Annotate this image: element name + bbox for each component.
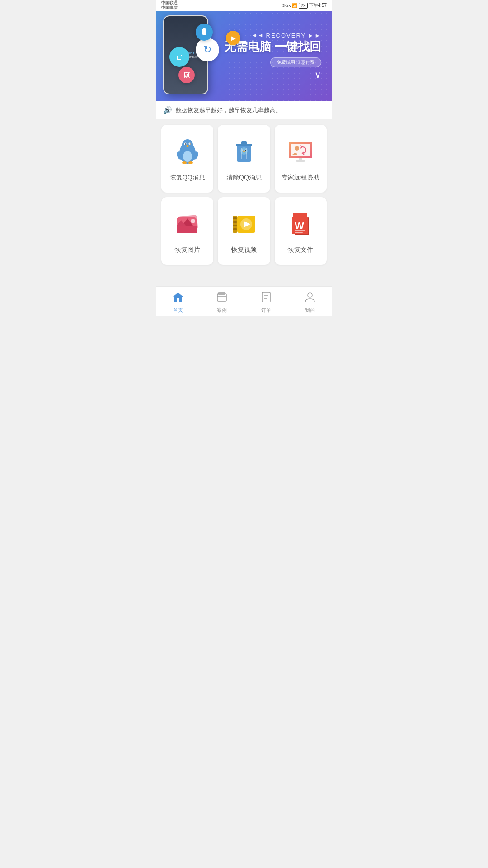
carrier-info: 中国联通 中国电信: [161, 0, 178, 10]
svg-point-8: [186, 145, 189, 147]
carrier2: 中国电信: [161, 5, 178, 10]
svg-rect-40: [233, 221, 237, 223]
svg-rect-17: [241, 141, 247, 145]
cases-icon: [216, 291, 228, 306]
tab-cases[interactable]: 案例: [200, 290, 244, 315]
orders-icon: [260, 291, 272, 306]
qq-recover-icon: [173, 137, 202, 166]
status-right: 0K/s 📶 29 下午4:57: [282, 2, 327, 9]
file-recover-label: 恢复文件: [288, 246, 313, 254]
svg-rect-39: [233, 217, 237, 219]
svg-rect-41: [233, 225, 237, 226]
recovery-sub-text: 免费试用·满意付费: [270, 57, 321, 67]
tab-orders[interactable]: 订单: [244, 290, 288, 315]
grid-cell-file[interactable]: W 恢复文件: [275, 197, 327, 265]
svg-point-7: [189, 143, 190, 144]
status-bar: 中国联通 中国电信 0K/s 📶 29 下午4:57: [156, 0, 332, 11]
delete-float-icon: 🗑: [169, 47, 189, 67]
tab-bar: 首页 案例 订单 我的: [156, 286, 332, 316]
grid-cell-video[interactable]: 恢复视频: [218, 197, 270, 265]
svg-rect-47: [295, 230, 305, 231]
tab-home-label: 首页: [173, 307, 183, 314]
video-recover-icon: [230, 210, 258, 239]
time-display: 下午4:57: [309, 2, 327, 9]
recovery-title: ◄◄ RECOVERY ►►: [224, 32, 321, 39]
network-speed: 0K/s: [282, 3, 291, 8]
remote-help-icon: [286, 137, 315, 166]
qq-recover-label: 恢复QQ消息: [170, 174, 205, 182]
svg-point-6: [185, 143, 186, 144]
profile-icon: [304, 291, 316, 306]
qq-clear-icon: [230, 137, 258, 166]
photo-recover-label: 恢复图片: [175, 246, 200, 254]
refresh-float-icon: ↻: [196, 38, 219, 61]
qq-float-icon: [196, 24, 213, 41]
tab-cases-label: 案例: [217, 307, 227, 314]
grid-cell-qq-clear[interactable]: 清除QQ消息: [218, 125, 270, 193]
tab-profile[interactable]: 我的: [288, 290, 333, 315]
svg-point-29: [295, 146, 299, 151]
photo-recover-icon: [173, 210, 202, 239]
remote-help-label: 专家远程协助: [282, 174, 319, 182]
svg-point-56: [308, 293, 312, 297]
svg-point-22: [245, 150, 246, 151]
battery-icon: 29: [299, 3, 307, 9]
grid-cell-photo[interactable]: 恢复图片: [161, 197, 213, 265]
file-recover-icon: W: [286, 210, 315, 239]
home-icon: [172, 291, 184, 306]
recovery-label: RECOVERY: [266, 32, 306, 39]
svg-point-21: [243, 150, 244, 151]
svg-rect-48: [295, 232, 303, 233]
video-recover-label: 恢复视频: [231, 246, 257, 254]
svg-rect-42: [233, 228, 237, 230]
carrier1: 中国联通: [161, 0, 178, 5]
banner[interactable]: RECOVERY 无需电脑一键找回 ↻ ▶ 🗑 🖼 ◄◄ RECOVERY ►►…: [156, 11, 332, 101]
notice-text: 数据恢复越早越好，越早恢复几率越高。: [176, 106, 282, 114]
grid-row-1: 恢复QQ消息: [161, 125, 327, 193]
svg-point-37: [191, 219, 195, 223]
signal-icon: 📶: [292, 3, 297, 8]
notice-icon: 🔊: [163, 106, 172, 114]
svg-point-11: [182, 161, 187, 164]
svg-point-12: [188, 161, 193, 164]
recovery-chevron: ∨: [224, 69, 321, 80]
feature-grid: 恢复QQ消息: [156, 119, 332, 286]
grid-cell-qq-recover[interactable]: 恢复QQ消息: [161, 125, 213, 193]
svg-rect-34: [177, 226, 197, 233]
grid-cell-remote[interactable]: 专家远程协助: [275, 125, 327, 193]
photo-float-icon: 🖼: [178, 67, 195, 83]
tab-profile-label: 我的: [305, 307, 315, 314]
qq-clear-label: 清除QQ消息: [226, 174, 262, 182]
svg-text:W: W: [295, 220, 304, 231]
grid-row-2: 恢复图片 恢复视频: [161, 197, 327, 265]
tab-home[interactable]: 首页: [156, 290, 200, 315]
tab-orders-label: 订单: [261, 307, 271, 314]
svg-point-10: [183, 151, 192, 162]
notice-bar: 🔊 数据恢复越早越好，越早恢复几率越高。: [156, 101, 332, 119]
svg-rect-31: [296, 160, 305, 162]
